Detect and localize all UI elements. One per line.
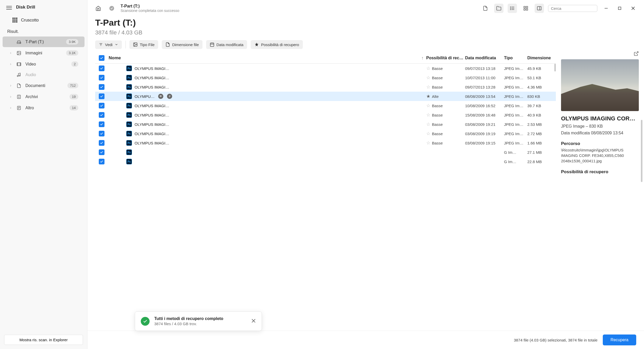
app-title: Disk Drill <box>16 5 35 10</box>
chevron-icon <box>9 95 12 98</box>
row-checkbox[interactable] <box>99 131 104 136</box>
star-icon: ☆ <box>426 103 430 108</box>
home-icon[interactable] <box>94 4 103 13</box>
scrollbar[interactable] <box>554 64 556 71</box>
table-row[interactable]: PsOLYMPUS IMAGI…☆Basse10/07/2013 11:00JP… <box>95 73 556 82</box>
column-type[interactable]: Tipo <box>504 56 527 60</box>
filter-filesize[interactable]: Dimensione file <box>162 40 202 49</box>
chevron-icon <box>9 106 12 110</box>
table-row[interactable]: PsOLYMPUS IMAGI…☆Basse09/07/2013 13:28JP… <box>95 82 556 92</box>
table-row[interactable]: PsG Im…22.8 MB <box>95 157 556 166</box>
toast-close-icon[interactable] <box>251 318 256 324</box>
hamburger-menu-icon[interactable] <box>6 5 12 10</box>
column-chance[interactable]: Possibilità di rec… <box>426 56 465 60</box>
row-checkbox[interactable] <box>99 103 104 108</box>
select-all-checkbox[interactable] <box>99 55 104 61</box>
ps-file-icon: Ps <box>126 66 132 71</box>
file-size: 2.72 MB <box>527 132 556 136</box>
show-in-explorer-button[interactable]: Mostra ris. scan. in Explorer <box>4 335 83 345</box>
sidebar-dashboard[interactable]: Cruscotto <box>0 14 87 26</box>
file-size: 27.1 MB <box>527 150 556 155</box>
sidebar-item-label: Immagini <box>25 51 62 55</box>
table-row[interactable]: PsOLYMPU…👁#★Alte08/08/2009 13:54JPEG Im…… <box>95 92 556 101</box>
open-external-icon[interactable] <box>634 51 639 57</box>
row-checkbox[interactable] <box>99 93 104 99</box>
sort-arrow-icon: ↑ <box>421 55 424 61</box>
list-view-icon[interactable] <box>508 4 517 13</box>
table-row[interactable]: PsOLYMPUS IMAGI…☆Basse03/08/2009 19:15JP… <box>95 138 556 148</box>
eye-icon[interactable]: 👁 <box>158 94 163 99</box>
view-label: Vedi <box>105 42 113 47</box>
column-date[interactable]: Data modificata <box>465 56 504 60</box>
sidebar-item-doc[interactable]: Documenti712 <box>3 80 85 91</box>
row-checkbox[interactable] <box>99 159 104 164</box>
sidebar-item-label: Audio <box>25 72 78 77</box>
recovery-chance: Basse <box>432 85 443 89</box>
preview-path-label: Percorso <box>561 141 639 146</box>
hash-icon[interactable]: # <box>167 94 172 99</box>
sidebar-item-image[interactable]: Immagini3.1K <box>3 48 85 58</box>
file-view-icon[interactable] <box>481 4 490 13</box>
column-name[interactable]: Nome↑ <box>108 55 426 61</box>
search-input-wrap[interactable] <box>548 5 597 12</box>
minimize-button[interactable] <box>601 4 611 13</box>
row-checkbox[interactable] <box>99 121 104 127</box>
topbar-subtitle: Scansione completata con successo <box>121 9 179 13</box>
table-row[interactable]: PsOLYMPUS IMAGI…☆Basse10/08/2009 16:52JP… <box>95 101 556 110</box>
sidebar-item-audio[interactable]: Audio <box>3 70 85 80</box>
toast-subtitle: 3874 files / 4.03 GB trov. <box>154 322 247 326</box>
star-icon: ☆ <box>426 66 430 71</box>
file-size: 40.9 KB <box>527 113 556 117</box>
table-row[interactable]: PsOLYMPUS IMAGI…☆Basse03/08/2009 19:21JP… <box>95 120 556 129</box>
file-table: Nome↑ Possibilità di rec… Data modificat… <box>95 53 556 331</box>
ps-file-icon: Ps <box>126 103 132 108</box>
preview-pane-icon[interactable] <box>535 4 544 13</box>
file-name: OLYMPUS IMAGI… <box>135 113 169 117</box>
table-row[interactable]: PsOLYMPUS IMAGI…☆Basse09/07/2013 13:18JP… <box>95 64 556 73</box>
topbar: T-Part (T:) Scansione completata con suc… <box>87 0 644 17</box>
row-checkbox[interactable] <box>99 84 104 90</box>
table-row[interactable]: PsG Im…27.1 MB <box>95 148 556 157</box>
file-name: OLYMPUS IMAGI… <box>135 141 169 145</box>
other-icon <box>16 106 22 110</box>
file-size: 53.1 KB <box>527 76 556 80</box>
row-checkbox[interactable] <box>99 140 104 146</box>
main: T-Part (T:) Scansione completata con suc… <box>87 0 644 349</box>
ps-file-icon: Ps <box>126 75 132 81</box>
search-input[interactable] <box>551 6 600 11</box>
row-checkbox[interactable] <box>99 149 104 155</box>
chevron-down-icon <box>115 43 118 46</box>
filter-recovery[interactable]: Possibilità di recupero <box>251 40 303 49</box>
file-size: 2.53 MB <box>527 122 556 127</box>
row-checkbox[interactable] <box>99 66 104 71</box>
file-type: JPEG Im… <box>504 113 527 117</box>
sidebar-item-other[interactable]: Altro14 <box>3 103 85 113</box>
view-dropdown[interactable]: Vedi <box>95 40 122 49</box>
table-row[interactable]: PsOLYMPUS IMAGI…☆Basse03/08/2009 19:19JP… <box>95 129 556 138</box>
filter-datemod[interactable]: Data modificata <box>206 40 247 49</box>
star-icon: ☆ <box>426 75 430 80</box>
recover-button[interactable]: Recupera <box>603 335 636 345</box>
table-row[interactable]: PsOLYMPUS IMAGI…☆Basse15/08/2009 16:48JP… <box>95 110 556 120</box>
maximize-button[interactable] <box>615 4 624 13</box>
sidebar-badge: 19 <box>69 94 78 99</box>
folder-view-icon[interactable] <box>494 4 503 13</box>
topbar-title: T-Part (T:) <box>121 4 179 9</box>
preview-recovery-label: Possibilità di recupero <box>561 169 639 174</box>
svg-line-47 <box>636 52 638 54</box>
sidebar-item-archive[interactable]: Archivi19 <box>3 91 85 102</box>
star-icon: ☆ <box>426 122 430 127</box>
file-date: 03/08/2009 19:19 <box>465 132 504 136</box>
sidebar-item-hdd[interactable]: T-Part (T:)3.9K <box>3 37 85 47</box>
preview-scrollbar[interactable] <box>641 120 642 182</box>
sidebar-item-video[interactable]: Video2 <box>3 59 85 69</box>
file-size: 39.7 KB <box>527 104 556 108</box>
column-size[interactable]: Dimensione <box>527 56 556 60</box>
row-checkbox[interactable] <box>99 112 104 118</box>
filter-filetype[interactable]: Tipo File <box>129 40 158 49</box>
file-size: 1.66 MB <box>527 141 556 145</box>
grid-view-icon[interactable] <box>521 4 530 13</box>
close-button[interactable] <box>628 4 638 13</box>
scan-status-icon <box>107 4 116 13</box>
row-checkbox[interactable] <box>99 75 104 81</box>
